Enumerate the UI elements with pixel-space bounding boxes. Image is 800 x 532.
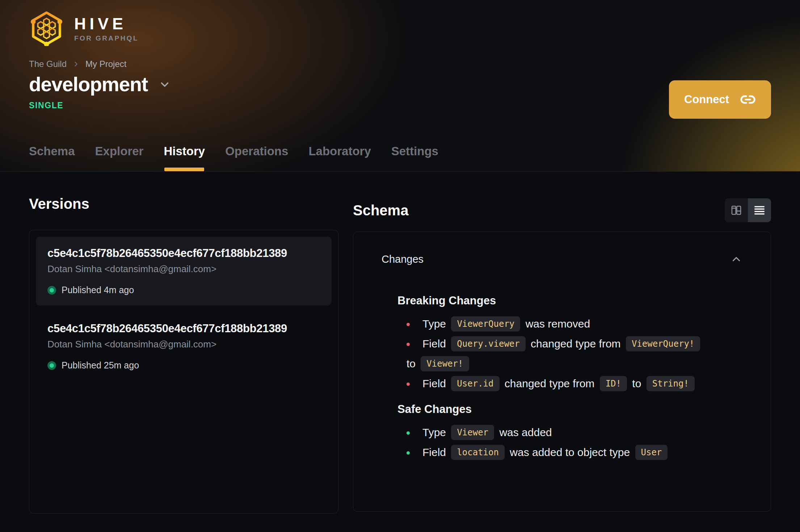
change-text: to xyxy=(407,358,418,370)
change-list: Type Viewer was addedField location was … xyxy=(397,422,742,462)
published-dot-icon xyxy=(47,361,56,370)
code-chip: Viewer! xyxy=(421,356,469,371)
logo-title: HIVE xyxy=(74,16,139,32)
changes-sections: Breaking ChangesType ViewerQuery was rem… xyxy=(382,294,742,462)
code-chip: location xyxy=(451,445,505,460)
code-chip: String! xyxy=(647,376,695,391)
change-section: Breaking ChangesType ViewerQuery was rem… xyxy=(382,294,742,393)
change-section: Safe ChangesType Viewer was addedField l… xyxy=(382,403,742,462)
change-item: Field Query.viewer changed type from Vie… xyxy=(397,334,742,373)
changes-header[interactable]: Changes xyxy=(382,253,742,265)
tab-settings[interactable]: Settings xyxy=(391,144,438,171)
breadcrumb-org[interactable]: The Guild xyxy=(29,59,67,69)
page: HIVE FOR GRAPHQL The Guild My Project de… xyxy=(0,0,800,532)
change-item: Type Viewer was added xyxy=(397,422,742,442)
bullet-icon xyxy=(407,343,410,346)
versions-column: Versions c5e4c1c5f78b26465350e4ecf677cf1… xyxy=(29,195,338,514)
target-selector: development xyxy=(29,73,771,96)
connect-button-label: Connect xyxy=(684,93,729,106)
target-mode-badge: SINGLE xyxy=(29,101,771,110)
change-text: Field xyxy=(422,338,449,350)
version-author: Dotan Simha <dotansimha@gmail.com> xyxy=(47,263,320,275)
versions-heading: Versions xyxy=(29,195,338,212)
change-item: Type ViewerQuery was removed xyxy=(397,314,742,334)
change-text-group: to Viewer! xyxy=(407,358,471,370)
version-card[interactable]: c5e4c1c5f78b26465350e4ecf677cf188bb21389… xyxy=(36,237,332,305)
split-view-icon xyxy=(730,204,742,216)
published-dot-icon xyxy=(47,286,56,295)
link-icon xyxy=(740,92,756,107)
change-section-title: Safe Changes xyxy=(397,403,742,416)
changes-title: Changes xyxy=(382,253,424,265)
page-title: development xyxy=(29,73,148,96)
version-status-text: Published 25m ago xyxy=(62,360,139,371)
bullet-icon xyxy=(407,323,410,326)
list-view-button[interactable] xyxy=(748,198,771,222)
logo[interactable]: HIVE FOR GRAPHQL xyxy=(29,11,771,46)
bullet-icon xyxy=(407,451,410,455)
schema-heading: Schema xyxy=(353,202,408,219)
version-author: Dotan Simha <dotansimha@gmail.com> xyxy=(47,339,320,350)
version-hash: c5e4c1c5f78b26465350e4ecf677cf188bb21389 xyxy=(47,247,320,260)
code-chip: Query.viewer xyxy=(451,336,525,351)
bullet-icon xyxy=(407,431,410,435)
logo-subtitle: FOR GRAPHQL xyxy=(74,35,139,42)
code-chip: Viewer xyxy=(451,425,494,440)
change-text: Type xyxy=(422,318,449,330)
main-content: Versions c5e4c1c5f78b26465350e4ecf677cf1… xyxy=(0,172,800,514)
list-view-icon xyxy=(753,204,766,216)
change-text: to xyxy=(629,377,644,389)
schema-header-row: Schema xyxy=(353,198,771,222)
change-text: was added xyxy=(496,426,552,438)
tab-laboratory[interactable]: Laboratory xyxy=(308,144,371,171)
change-text: was added to object type xyxy=(507,446,633,458)
code-chip: ID! xyxy=(600,376,627,391)
change-item: Field location was added to object type … xyxy=(397,442,742,462)
bullet-icon xyxy=(407,383,410,386)
connect-button[interactable]: Connect xyxy=(669,80,771,119)
breadcrumb: The Guild My Project xyxy=(29,59,771,69)
version-status-text: Published 4m ago xyxy=(62,285,134,295)
chevron-up-icon xyxy=(730,253,742,265)
change-text: Field xyxy=(422,377,449,389)
tab-operations[interactable]: Operations xyxy=(225,144,288,171)
change-text: changed type from xyxy=(528,338,624,350)
code-chip: ViewerQuery! xyxy=(626,336,700,351)
code-chip: ViewerQuery xyxy=(451,316,520,332)
change-text: Type xyxy=(422,426,449,438)
code-chip: User xyxy=(635,445,668,460)
chevron-right-icon xyxy=(72,60,80,68)
split-view-button[interactable] xyxy=(725,198,748,222)
logo-text: HIVE FOR GRAPHQL xyxy=(74,16,139,42)
change-list: Type ViewerQuery was removedField Query.… xyxy=(397,314,742,393)
collapse-button[interactable] xyxy=(730,253,742,265)
schema-column: Schema xyxy=(353,195,771,514)
code-chip: User.id xyxy=(451,376,499,391)
tab-schema[interactable]: Schema xyxy=(29,144,75,171)
change-text: Field xyxy=(422,446,449,458)
header: HIVE FOR GRAPHQL The Guild My Project de… xyxy=(0,0,800,172)
version-status: Published 25m ago xyxy=(47,360,320,371)
version-status: Published 4m ago xyxy=(47,285,320,295)
breadcrumb-project[interactable]: My Project xyxy=(85,59,126,69)
change-text: was removed xyxy=(522,318,590,330)
change-section-title: Breaking Changes xyxy=(397,294,742,307)
tab-bar: Schema Explorer History Operations Labor… xyxy=(29,144,438,171)
view-toggle xyxy=(725,198,771,222)
changes-panel: Changes Breaking ChangesType ViewerQuery… xyxy=(353,232,771,512)
versions-list: c5e4c1c5f78b26465350e4ecf677cf188bb21389… xyxy=(29,230,338,514)
hive-honeycomb-icon xyxy=(29,11,64,46)
chevron-down-icon[interactable] xyxy=(159,78,171,90)
change-item: Field User.id changed type from ID! to S… xyxy=(397,373,742,393)
tab-history[interactable]: History xyxy=(164,144,205,171)
tab-explorer[interactable]: Explorer xyxy=(95,144,144,171)
version-hash: c5e4c1c5f78b26465350e4ecf677cf188bb21389 xyxy=(47,322,320,335)
change-text: changed type from xyxy=(502,377,598,389)
version-card[interactable]: c5e4c1c5f78b26465350e4ecf677cf188bb21389… xyxy=(36,312,332,381)
